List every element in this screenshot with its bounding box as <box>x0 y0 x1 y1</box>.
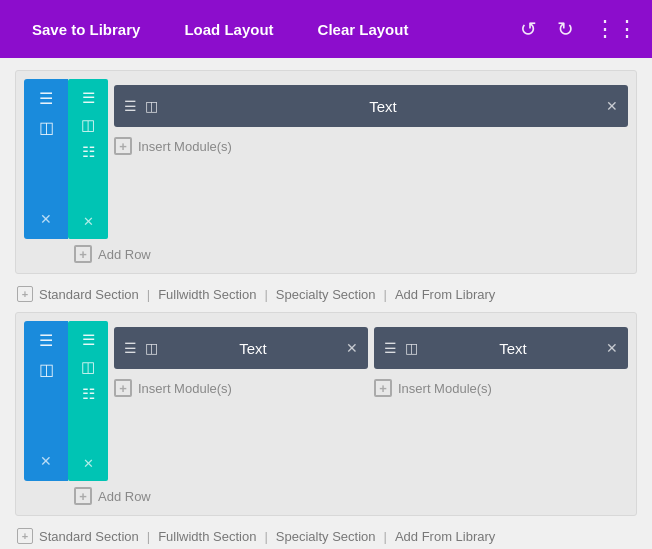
footer-sep-1c: | <box>384 287 387 302</box>
insert-plus-icon-2b: + <box>374 379 392 397</box>
section-handle-2[interactable]: ☰ ◫ ✕ <box>24 321 68 481</box>
footer-plus-icon-2: + <box>17 528 33 544</box>
section-layout-icon-2: ◫ <box>39 360 54 379</box>
column-handle-icons-1: ☰ ◫ ☷ <box>81 89 95 161</box>
module-close-icon-2a[interactable]: ✕ <box>346 340 358 356</box>
insert-plus-icon-2a: + <box>114 379 132 397</box>
add-row-area-2[interactable]: + Add Row <box>24 481 628 507</box>
module-layout-icon: ◫ <box>145 98 158 114</box>
redo-button[interactable]: ↻ <box>553 15 578 43</box>
standard-section-link-2[interactable]: Standard Section <box>39 529 139 544</box>
footer-sep-2c: | <box>384 529 387 544</box>
module-card-1: ☰ ◫ Text ✕ <box>114 85 628 127</box>
fullwidth-section-link-2[interactable]: Fullwidth Section <box>158 529 256 544</box>
module-close-icon-2b[interactable]: ✕ <box>606 340 618 356</box>
add-row-label-2: Add Row <box>98 489 151 504</box>
footer-sep-2b: | <box>264 529 267 544</box>
load-layout-button[interactable]: Load Layout <box>162 0 295 58</box>
insert-module-btn-2b[interactable]: + Insert Module(s) <box>374 375 628 401</box>
standard-section-link-1[interactable]: Standard Section <box>39 287 139 302</box>
section-footer-1: + Standard Section | Fullwidth Section |… <box>15 282 637 304</box>
toolbar-icon-group: ↺ ↻ ⋮⋮ <box>516 14 642 44</box>
footer-sep-1b: | <box>264 287 267 302</box>
add-row-plus-icon-2: + <box>74 487 92 505</box>
module-card-icons-1: ☰ ◫ <box>124 98 158 114</box>
add-row-plus-icon-1: + <box>74 245 92 263</box>
column-handle-icons-2: ☰ ◫ ☷ <box>81 331 95 403</box>
insert-module-btn-2a[interactable]: + Insert Module(s) <box>114 375 368 401</box>
module-title-2a: Text <box>168 340 338 357</box>
module-card-icons-2b: ☰ ◫ <box>384 340 418 356</box>
section-layout-icon: ◫ <box>39 118 54 137</box>
grid-button[interactable]: ⋮⋮ <box>590 14 642 44</box>
module-card-2b: ☰ ◫ Text ✕ <box>374 327 628 369</box>
section-footer-2: + Standard Section | Fullwidth Section |… <box>15 524 637 546</box>
section-close-icon[interactable]: ✕ <box>40 211 52 233</box>
col-close-icon-2[interactable]: ✕ <box>83 456 94 475</box>
section-row-2: ☰ ◫ ✕ ☰ ◫ ☷ ✕ ☰ <box>24 321 628 481</box>
footer-plus-icon-1: + <box>17 286 33 302</box>
module-menu-icon-2b: ☰ <box>384 340 397 356</box>
col-menu-icon: ☰ <box>82 89 95 107</box>
section-row-1: ☰ ◫ ✕ ☰ ◫ ☷ ✕ ☰ ◫ <box>24 79 628 239</box>
add-row-label-1: Add Row <box>98 247 151 262</box>
section-handle-icons-1: ☰ ◫ <box>39 89 54 137</box>
module-menu-icon-2a: ☰ <box>124 340 137 356</box>
insert-module-btn-1[interactable]: + Insert Module(s) <box>114 133 628 159</box>
insert-module-label-1: Insert Module(s) <box>138 139 232 154</box>
add-from-library-link-1[interactable]: Add From Library <box>395 287 495 302</box>
column-handle-1[interactable]: ☰ ◫ ☷ ✕ <box>68 79 108 239</box>
column-handle-2[interactable]: ☰ ◫ ☷ ✕ <box>68 321 108 481</box>
module-title-2b: Text <box>428 340 598 357</box>
section-block-1: ☰ ◫ ✕ ☰ ◫ ☷ ✕ ☰ ◫ <box>15 70 637 274</box>
section-menu-icon-2: ☰ <box>39 331 53 350</box>
section-handle-1[interactable]: ☰ ◫ ✕ <box>24 79 68 239</box>
col-layout-icon: ◫ <box>81 116 95 134</box>
section-close-icon-2[interactable]: ✕ <box>40 453 52 475</box>
undo-button[interactable]: ↺ <box>516 15 541 43</box>
col-table-icon: ☷ <box>82 143 95 161</box>
specialty-section-link-2[interactable]: Specialty Section <box>276 529 376 544</box>
col-module-wrap-2b: ☰ ◫ Text ✕ + Insert Module(s) <box>374 321 628 481</box>
footer-sep-1a: | <box>147 287 150 302</box>
save-to-library-button[interactable]: Save to Library <box>10 0 162 58</box>
col-table-icon-2: ☷ <box>82 385 95 403</box>
section-handle-icons-2: ☰ ◫ <box>39 331 54 379</box>
fullwidth-section-link-1[interactable]: Fullwidth Section <box>158 287 256 302</box>
module-card-icons-2a: ☰ ◫ <box>124 340 158 356</box>
specialty-section-link-1[interactable]: Specialty Section <box>276 287 376 302</box>
module-layout-icon-2a: ◫ <box>145 340 158 356</box>
section-menu-icon: ☰ <box>39 89 53 108</box>
add-from-library-link-2[interactable]: Add From Library <box>395 529 495 544</box>
section-block-2: ☰ ◫ ✕ ☰ ◫ ☷ ✕ ☰ <box>15 312 637 516</box>
col-menu-icon-2: ☰ <box>82 331 95 349</box>
insert-module-label-2b: Insert Module(s) <box>398 381 492 396</box>
insert-module-label-2a: Insert Module(s) <box>138 381 232 396</box>
col-layout-icon-2: ◫ <box>81 358 95 376</box>
main-content: ☰ ◫ ✕ ☰ ◫ ☷ ✕ ☰ ◫ <box>0 58 652 549</box>
module-title-1: Text <box>168 98 598 115</box>
modules-area-1: ☰ ◫ Text ✕ + Insert Module(s) <box>114 79 628 239</box>
module-layout-icon-2b: ◫ <box>405 340 418 356</box>
insert-plus-icon-1: + <box>114 137 132 155</box>
module-menu-icon: ☰ <box>124 98 137 114</box>
col-module-wrap-2a: ☰ ◫ Text ✕ + Insert Module(s) <box>114 321 368 481</box>
toolbar: Save to Library Load Layout Clear Layout… <box>0 0 652 58</box>
module-card-2a: ☰ ◫ Text ✕ <box>114 327 368 369</box>
clear-layout-button[interactable]: Clear Layout <box>296 0 431 58</box>
module-close-icon-1[interactable]: ✕ <box>606 98 618 114</box>
col-close-icon[interactable]: ✕ <box>83 214 94 233</box>
footer-sep-2a: | <box>147 529 150 544</box>
two-col-row-2: ☰ ◫ Text ✕ + Insert Module(s) <box>114 321 628 481</box>
add-row-area-1[interactable]: + Add Row <box>24 239 628 265</box>
